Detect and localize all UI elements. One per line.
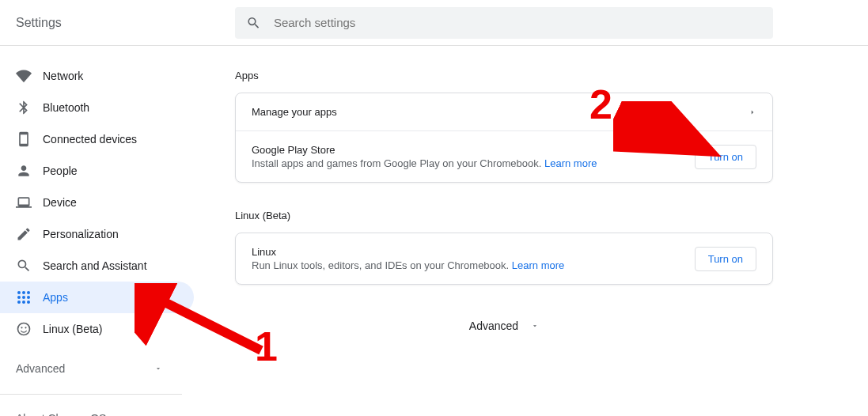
sidebar-item-label: Apps — [43, 291, 68, 304]
svg-point-1 — [21, 327, 22, 328]
sidebar-advanced[interactable]: Advanced — [0, 353, 194, 384]
learn-more-link[interactable]: Learn more — [512, 259, 564, 271]
sidebar-item-label: People — [43, 165, 78, 177]
sidebar-item-search-assistant[interactable]: Search and Assistant — [0, 250, 194, 282]
wifi-icon — [16, 68, 32, 84]
page-title: Settings — [16, 16, 235, 30]
sidebar-item-network[interactable]: Network — [0, 60, 194, 92]
section-title-apps: Apps — [235, 70, 773, 81]
linux-card: Linux Run Linux tools, editors, and IDEs… — [235, 233, 773, 285]
sidebar-item-connected-devices[interactable]: Connected devices — [0, 123, 194, 155]
learn-more-link[interactable]: Learn more — [544, 157, 597, 169]
person-icon — [16, 163, 32, 179]
svg-point-2 — [25, 327, 26, 328]
section-title-linux: Linux (Beta) — [235, 210, 773, 221]
search-icon — [246, 15, 261, 31]
turn-on-linux-button[interactable]: Turn on — [695, 247, 756, 271]
sidebar-item-label: Personalization — [43, 228, 119, 240]
sidebar-item-bluetooth[interactable]: Bluetooth — [0, 92, 194, 123]
sidebar-item-personalization[interactable]: Personalization — [0, 218, 194, 250]
advanced-label: Advanced — [16, 362, 65, 375]
search-input[interactable] — [274, 16, 762, 29]
google-play-row: Google Play Store Install apps and games… — [236, 131, 772, 182]
pencil-icon — [16, 226, 32, 242]
sidebar-item-linux[interactable]: Linux (Beta) — [0, 313, 194, 345]
sidebar-item-apps[interactable]: Apps — [0, 282, 194, 313]
sidebar-about[interactable]: About Chrome OS — [0, 404, 194, 416]
magnify-icon — [16, 258, 32, 274]
sidebar-item-label: Device — [43, 196, 77, 209]
linux-sub: Run Linux tools, editors, and IDEs on yo… — [252, 259, 682, 271]
sidebar: Network Bluetooth Connected devices Peop… — [0, 46, 194, 416]
sidebar-item-label: Bluetooth — [43, 101, 89, 114]
sidebar-item-label: Connected devices — [43, 133, 137, 146]
bluetooth-icon — [16, 100, 32, 115]
apps-card: Manage your apps Google Play Store Insta… — [235, 93, 773, 183]
sidebar-item-label: Network — [43, 70, 83, 82]
chevron-down-icon — [154, 362, 162, 375]
sidebar-item-label: Search and Assistant — [43, 259, 147, 272]
search-box[interactable] — [235, 7, 773, 39]
linux-icon — [16, 321, 32, 337]
linux-row: Linux Run Linux tools, editors, and IDEs… — [236, 233, 772, 284]
divider — [0, 394, 182, 395]
manage-apps-title: Manage your apps — [252, 106, 749, 118]
play-store-title: Google Play Store — [252, 144, 682, 156]
advanced-toggle[interactable]: Advanced — [235, 312, 773, 332]
play-store-sub: Install apps and games from Google Play … — [252, 157, 682, 169]
phone-icon — [16, 131, 32, 147]
main-content: Apps Manage your apps Google Play Store … — [194, 46, 868, 416]
linux-title: Linux — [252, 246, 682, 258]
header: Settings — [0, 0, 868, 46]
sidebar-item-device[interactable]: Device — [0, 187, 194, 218]
chevron-down-icon — [531, 320, 539, 332]
sidebar-item-people[interactable]: People — [0, 155, 194, 187]
sidebar-item-label: Linux (Beta) — [43, 323, 102, 335]
turn-on-play-button[interactable]: Turn on — [695, 145, 756, 169]
svg-point-0 — [18, 323, 30, 335]
about-label: About Chrome OS — [16, 412, 106, 416]
apps-grid-icon — [16, 289, 32, 305]
chevron-right-icon — [749, 108, 756, 116]
manage-apps-row[interactable]: Manage your apps — [236, 93, 772, 131]
laptop-icon — [16, 195, 32, 210]
advanced-label: Advanced — [469, 320, 518, 332]
